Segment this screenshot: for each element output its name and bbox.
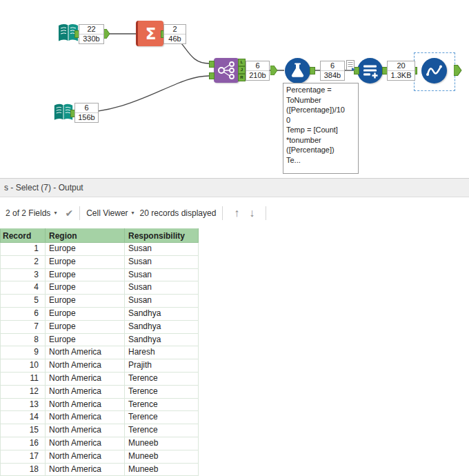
table-cell[interactable]: Europe	[46, 295, 125, 308]
table-cell[interactable]: Muneeb	[125, 450, 199, 463]
join-output-anchor-r[interactable]: R	[238, 74, 246, 81]
table-row[interactable]: 15North AmericaTerence	[1, 424, 199, 437]
table-row[interactable]: 18North AmericaMuneeb	[1, 463, 199, 476]
cell-viewer-dropdown[interactable]: Cell Viewer ▾	[86, 208, 134, 218]
table-row[interactable]: 17North AmericaMuneeb	[1, 450, 199, 463]
join-tool[interactable]	[214, 58, 239, 83]
formula-tool[interactable]	[285, 58, 310, 83]
table-cell[interactable]: Susan	[125, 281, 199, 295]
annotation-summarize[interactable]: 2 46b	[163, 24, 186, 44]
join-input-anchor-right[interactable]	[209, 72, 214, 79]
annotation-union[interactable]: 20 1.3KB	[387, 61, 415, 81]
table-cell[interactable]: 13	[1, 398, 46, 411]
table-row[interactable]: 12North AmericaTerence	[1, 385, 199, 398]
table-cell[interactable]: Europe	[46, 320, 125, 333]
table-cell[interactable]: 12	[1, 385, 46, 398]
output-anchor[interactable]	[310, 67, 315, 75]
table-row[interactable]: 1EuropeSusan	[1, 243, 199, 256]
summarize-tool[interactable]: Σ	[136, 21, 163, 46]
table-cell[interactable]: North America	[46, 450, 125, 463]
table-cell[interactable]: Sandhya	[125, 307, 199, 320]
table-cell[interactable]: North America	[46, 424, 125, 437]
table-cell[interactable]: Muneeb	[125, 437, 199, 450]
table-cell[interactable]: 6	[1, 307, 46, 320]
table-cell[interactable]: Terence	[125, 372, 199, 385]
table-cell[interactable]: Europe	[46, 281, 125, 295]
table-cell[interactable]: Europe	[46, 307, 125, 320]
table-row[interactable]: 2EuropeSusan	[1, 255, 199, 268]
table-cell[interactable]: North America	[46, 372, 125, 385]
table-cell[interactable]: 15	[1, 424, 46, 437]
column-header-record[interactable]: Record	[1, 229, 46, 243]
scroll-down-icon[interactable]: ↓	[249, 207, 255, 219]
table-cell[interactable]: 7	[1, 320, 46, 333]
chevron-down-icon: ▾	[54, 210, 57, 216]
table-cell[interactable]: North America	[46, 346, 125, 359]
table-cell[interactable]: 4	[1, 281, 46, 295]
browse-tool[interactable]	[421, 58, 447, 83]
table-cell[interactable]: 16	[1, 437, 46, 450]
table-cell[interactable]: Sandhya	[125, 320, 199, 333]
table-row[interactable]: 9North AmericaHaresh	[1, 346, 199, 359]
annotation-formula[interactable]: 6 384b	[320, 61, 345, 81]
table-row[interactable]: 7EuropeSandhya	[1, 320, 199, 333]
join-output-anchor-j[interactable]: J	[238, 66, 246, 74]
table-cell[interactable]: Terence	[125, 424, 199, 437]
workflow-canvas[interactable]: 22 330b Σ 2 46b 6 156b	[0, 0, 469, 178]
table-cell[interactable]: Terence	[125, 398, 199, 411]
table-cell[interactable]: 9	[1, 346, 46, 359]
table-cell[interactable]: 11	[1, 372, 46, 385]
table-cell[interactable]: Europe	[46, 333, 125, 346]
table-row[interactable]: 3EuropeSusan	[1, 268, 199, 281]
table-cell[interactable]: Terence	[125, 411, 199, 424]
union-tool[interactable]	[357, 58, 383, 83]
table-cell[interactable]: 8	[1, 333, 46, 346]
annotation-join[interactable]: 6 210b	[246, 61, 270, 81]
table-cell[interactable]: Europe	[46, 268, 125, 281]
table-row[interactable]: 16North AmericaMuneeb	[1, 437, 199, 450]
apply-check-icon[interactable]: ✔	[65, 208, 73, 219]
table-row[interactable]: 5EuropeSusan	[1, 295, 199, 308]
table-cell[interactable]: 10	[1, 359, 46, 373]
table-cell[interactable]: 18	[1, 463, 46, 476]
table-row[interactable]: 4EuropeSusan	[1, 281, 199, 295]
table-cell[interactable]: Haresh	[125, 346, 199, 359]
output-arrow-icon[interactable]	[454, 65, 462, 79]
table-cell[interactable]: Susan	[125, 268, 199, 281]
join-output-anchor-l[interactable]: L	[238, 59, 246, 66]
table-cell[interactable]: North America	[46, 463, 125, 476]
table-cell[interactable]: Europe	[46, 243, 125, 256]
table-row[interactable]: 8EuropeSandhya	[1, 333, 199, 346]
table-cell[interactable]: Sandhya	[125, 333, 199, 346]
table-cell[interactable]: Prajith	[125, 359, 199, 373]
table-cell[interactable]: 1	[1, 243, 46, 256]
table-cell[interactable]: Terence	[125, 385, 199, 398]
table-row[interactable]: 10North AmericaPrajith	[1, 359, 199, 373]
table-cell[interactable]: Susan	[125, 295, 199, 308]
table-row[interactable]: 11North AmericaTerence	[1, 372, 199, 385]
table-cell[interactable]: 14	[1, 411, 46, 424]
table-cell[interactable]: North America	[46, 359, 125, 373]
column-header-region[interactable]: Region	[46, 229, 125, 243]
annotation-input1[interactable]: 22 330b	[79, 24, 104, 44]
table-cell[interactable]: 2	[1, 255, 46, 268]
table-cell[interactable]: Europe	[46, 255, 125, 268]
table-cell[interactable]: North America	[46, 411, 125, 424]
scroll-up-icon[interactable]: ↑	[234, 207, 239, 219]
table-cell[interactable]: 5	[1, 295, 46, 308]
table-row[interactable]: 14North AmericaTerence	[1, 411, 199, 424]
table-cell[interactable]: 3	[1, 268, 46, 281]
fields-dropdown[interactable]: 2 of 2 Fields ▾	[6, 208, 57, 218]
table-cell[interactable]: Susan	[125, 243, 199, 256]
annotation-input2[interactable]: 6 156b	[74, 103, 99, 123]
table-cell[interactable]: North America	[46, 398, 125, 411]
table-row[interactable]: 13North AmericaTerence	[1, 398, 199, 411]
join-input-anchor-left[interactable]	[209, 61, 214, 68]
table-cell[interactable]: North America	[46, 385, 125, 398]
column-header-responsibility[interactable]: Responsibility	[125, 229, 199, 243]
table-cell[interactable]: North America	[46, 437, 125, 450]
table-cell[interactable]: Muneeb	[125, 463, 199, 476]
table-cell[interactable]: 17	[1, 450, 46, 463]
table-cell[interactable]: Susan	[125, 255, 199, 268]
table-row[interactable]: 6EuropeSandhya	[1, 307, 199, 320]
